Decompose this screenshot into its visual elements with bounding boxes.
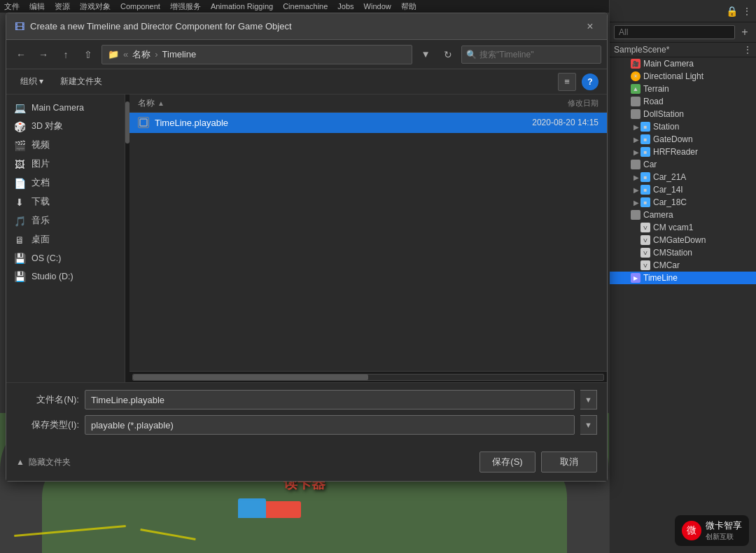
hierarchy-item-terrain[interactable]: ▲ Terrain: [610, 83, 756, 95]
cmcar-icon: V: [640, 260, 650, 270]
gatedown-cube-icon: ■: [640, 134, 650, 144]
cmvcam1-icon: V: [640, 223, 650, 232]
search-bar: 🔍: [461, 46, 601, 64]
scene-menu-icon[interactable]: ⋮: [743, 45, 752, 55]
up-button[interactable]: ↑: [57, 46, 75, 64]
hierarchy-item-car21a[interactable]: ▶ ■ Car_21A: [610, 171, 756, 183]
watermark-title: 微卡智享: [706, 519, 742, 532]
sidebar-item-doc[interactable]: 📄 文档: [6, 174, 125, 192]
download-icon: ⬇: [13, 197, 26, 208]
hierarchy-item-station[interactable]: ▶ ■ Station: [610, 120, 756, 133]
path-dropdown-button[interactable]: ▼: [416, 46, 435, 64]
view-toggle-button[interactable]: ≡: [558, 73, 576, 91]
lock-icon[interactable]: 🔒: [726, 6, 738, 17]
item-label-cmcar: CMCar: [653, 260, 680, 270]
hierarchy-item-cmvcam1[interactable]: V CM vcam1: [610, 221, 756, 234]
menu-item-gameobj[interactable]: 游戏对象: [80, 1, 111, 12]
forward-button[interactable]: →: [34, 46, 52, 64]
hierarchy-item-dollstation[interactable]: DollStation: [610, 108, 756, 120]
watermark-icon: 微: [682, 521, 701, 540]
menu-item-jobs[interactable]: Jobs: [337, 2, 354, 10]
item-label-hrfreader: HRFReader: [653, 147, 698, 157]
image-icon: 🖼: [13, 159, 26, 170]
menu-item-edit[interactable]: 编辑: [29, 1, 45, 12]
menu-item-animation[interactable]: Animation Rigging: [211, 2, 273, 10]
search-input[interactable]: [479, 50, 596, 59]
item-label-gatedown: GateDown: [653, 134, 693, 144]
filename-input[interactable]: [85, 390, 575, 410]
expand-arrow-icon: ▶: [632, 123, 640, 131]
hierarchy-item-gatedown[interactable]: ▶ ■ GateDown: [610, 133, 756, 146]
sidebar-label-music: 音乐: [31, 215, 50, 227]
item-label-timeline: TimeLine: [643, 273, 678, 283]
help-button[interactable]: ?: [582, 74, 598, 90]
path-folder-icon: 📁: [108, 49, 119, 59]
filetype-label: 保存类型(I):: [16, 419, 79, 431]
hide-folders-toggle[interactable]: ▲ 隐藏文件夹: [16, 456, 71, 468]
hide-folders-label: 隐藏文件夹: [29, 456, 71, 468]
item-label-dir-light: Directional Light: [643, 71, 704, 81]
back-button[interactable]: ←: [12, 46, 30, 64]
horizontal-scrollbar[interactable]: [130, 371, 607, 382]
sidebar-label-download: 下载: [31, 196, 50, 208]
item-label-cmstation: CMStation: [653, 248, 692, 258]
organize-button[interactable]: 组织 ▾: [15, 73, 49, 91]
menu-item-help[interactable]: 帮助: [401, 1, 416, 12]
hierarchy-item-cmcar[interactable]: V CMCar: [610, 259, 756, 272]
hierarchy-item-cmstation[interactable]: V CMStation: [610, 246, 756, 259]
sidebar-item-pc[interactable]: 💻 Main Camera: [6, 99, 125, 117]
menu-item-component[interactable]: Component: [120, 2, 160, 10]
hierarchy-item-car18c[interactable]: ▶ ■ Car_18C: [610, 196, 756, 209]
hierarchy-item-car[interactable]: Car: [610, 158, 756, 171]
menu-item-file[interactable]: 文件: [4, 1, 20, 12]
filetype-input[interactable]: [85, 415, 575, 435]
menu-bar: 文件 编辑 资源 游戏对象 Component 增强服务 Animation R…: [0, 0, 609, 13]
menu-item-assets[interactable]: 资源: [55, 1, 70, 12]
sidebar-item-3d[interactable]: 🎲 3D 对象: [6, 117, 125, 136]
cancel-button[interactable]: 取消: [541, 451, 597, 472]
sidebar-item-video[interactable]: 🎬 视频: [6, 136, 125, 155]
filename-dropdown-button[interactable]: ▼: [580, 390, 597, 410]
col-name-label: 名称: [138, 97, 155, 109]
hierarchy-search-input[interactable]: [614, 25, 735, 39]
sidebar-item-studio[interactable]: 💾 Studio (D:): [6, 267, 125, 286]
sidebar-item-download[interactable]: ⬇ 下载: [6, 192, 125, 211]
hierarchy-item-road[interactable]: Road: [610, 95, 756, 108]
parent-up-button[interactable]: ⇧: [79, 46, 97, 64]
item-label-station: Station: [653, 122, 679, 132]
path-part-timeline[interactable]: Timeline: [162, 49, 197, 59]
menu-item-window[interactable]: Window: [364, 2, 391, 10]
save-button[interactable]: 保存(S): [479, 451, 536, 472]
filetype-dropdown-button[interactable]: ▼: [580, 415, 597, 435]
hierarchy-item-timeline[interactable]: ▶ TimeLine: [610, 272, 756, 284]
hierarchy-item-dir-light[interactable]: ☀ Directional Light: [610, 70, 756, 83]
new-folder-button[interactable]: 新建文件夹: [55, 73, 108, 91]
file-item-timeline[interactable]: TimeLine.playable 2020-08-20 14:15: [130, 113, 607, 133]
options-icon[interactable]: ⋮: [742, 6, 752, 17]
item-label-car: Car: [643, 160, 657, 169]
hierarchy-item-hrfreader[interactable]: ▶ ■ HRFReader: [610, 146, 756, 158]
sidebar-item-desktop[interactable]: 🖥 桌面: [6, 230, 125, 249]
sidebar-item-osdrive[interactable]: 💾 OS (C:): [6, 249, 125, 267]
expand-arrow-icon: ▶: [632, 199, 640, 206]
sidebar-label-studio: Studio (D:): [31, 272, 74, 281]
dialog-close-button[interactable]: ×: [582, 18, 598, 35]
path-part-assets[interactable]: 名称: [132, 48, 150, 61]
hierarchy-item-car14i[interactable]: ▶ ■ Car_14I: [610, 183, 756, 196]
3d-icon: 🎲: [13, 121, 26, 132]
toolbar-row: 组织 ▾ 新建文件夹 ≡ ?: [6, 69, 607, 94]
menu-item-cinemachine[interactable]: Cinemachine: [283, 2, 328, 10]
hierarchy-item-camera[interactable]: Camera: [610, 209, 756, 221]
hierarchy-add-button[interactable]: +: [738, 25, 752, 39]
hierarchy-items-list: 🎥 Main Camera ☀ Directional Light ▲ Terr…: [610, 57, 756, 553]
file-save-dialog: 🎞 Create a new Timeline and Director Com…: [6, 13, 608, 482]
hierarchy-item-cmgatedown[interactable]: V CMGateDown: [610, 234, 756, 246]
camera-icon: 🎥: [631, 59, 640, 69]
sidebar-item-music[interactable]: 🎵 音乐: [6, 211, 125, 230]
sidebar-item-image[interactable]: 🖼 图片: [6, 155, 125, 174]
column-name-header[interactable]: 名称 ▲: [138, 97, 472, 109]
menu-item-enhanced[interactable]: 增强服务: [170, 1, 201, 12]
hierarchy-item-main-camera[interactable]: 🎥 Main Camera: [610, 57, 756, 70]
column-date-header[interactable]: 修改日期: [472, 98, 598, 108]
refresh-button[interactable]: ↻: [439, 46, 457, 64]
